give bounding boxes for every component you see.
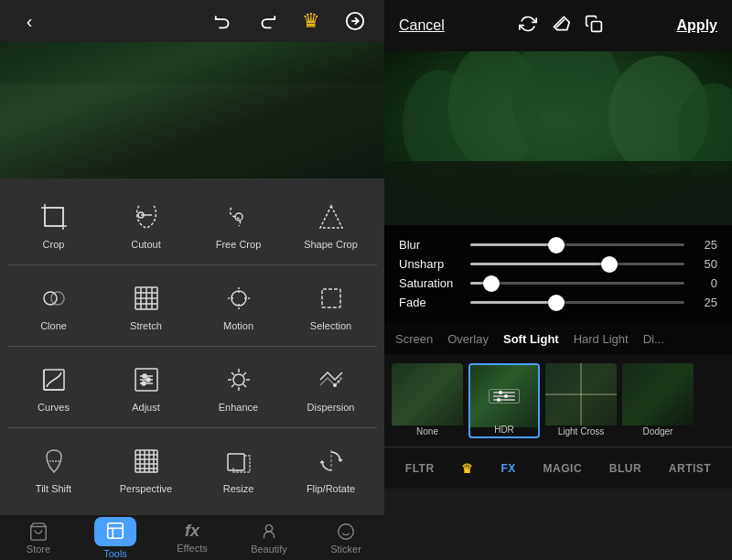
- tab-blur[interactable]: BLUR: [606, 458, 645, 479]
- nav-tools-label: Tools: [103, 548, 127, 559]
- nav-effects-label: Effects: [177, 543, 207, 554]
- selection-label: Selection: [310, 320, 351, 331]
- svg-rect-64: [591, 21, 601, 31]
- tool-dispersion[interactable]: Dispersion: [285, 352, 377, 422]
- cancel-button[interactable]: Cancel: [399, 17, 445, 34]
- tab-magic[interactable]: MAGIC: [540, 458, 587, 479]
- tool-motion[interactable]: Motion: [192, 271, 285, 340]
- tab-fltr[interactable]: FLTR: [402, 458, 438, 479]
- free-crop-label: Free Crop: [216, 239, 262, 250]
- nav-beautify[interactable]: Beautify: [231, 522, 307, 555]
- forward-button[interactable]: [340, 6, 370, 36]
- flip-rotate-icon: [313, 443, 350, 479]
- tab-artist[interactable]: ARTIST: [665, 458, 715, 479]
- flip-rotate-label: Flip/Rotate: [307, 483, 355, 494]
- svg-rect-53: [228, 454, 244, 470]
- fx-none[interactable]: None: [392, 363, 463, 438]
- svg-line-36: [231, 372, 234, 375]
- nav-sticker[interactable]: Sticker: [307, 522, 384, 555]
- motion-label: Motion: [223, 320, 253, 331]
- tool-selection[interactable]: Selection: [285, 271, 377, 340]
- svg-point-60: [339, 523, 354, 539]
- back-button[interactable]: ‹: [15, 6, 44, 36]
- curves-icon: [36, 361, 72, 398]
- right-image: [384, 51, 732, 225]
- blend-soft-light[interactable]: Soft Light: [503, 332, 559, 346]
- fx-dodger-label: Dodger: [622, 426, 694, 436]
- svg-rect-2: [45, 208, 63, 226]
- resize-label: Resize: [223, 483, 254, 494]
- svg-point-15: [231, 291, 246, 306]
- fx-light-cross[interactable]: Light Cross: [545, 363, 617, 438]
- cutout-label: Cutout: [131, 239, 160, 250]
- svg-point-4: [235, 213, 242, 221]
- blend-hard-light[interactable]: Hard Light: [574, 332, 629, 346]
- tool-curves[interactable]: Curves: [7, 352, 100, 422]
- tool-cutout[interactable]: Cutout: [100, 189, 192, 259]
- fade-track[interactable]: [470, 301, 684, 304]
- saturation-label: Saturation: [399, 276, 463, 290]
- tool-stretch[interactable]: Stretch: [100, 271, 192, 340]
- svg-point-7: [51, 292, 64, 305]
- svg-point-42: [339, 377, 341, 379]
- left-panel: ‹ ♛: [0, 0, 384, 560]
- refresh-button[interactable]: [519, 15, 537, 38]
- tool-crop[interactable]: Crop: [7, 189, 100, 259]
- svg-point-6: [44, 292, 57, 305]
- fx-hdr[interactable]: HDR: [468, 363, 540, 438]
- crop-icon: [36, 199, 72, 235]
- perspective-label: Perspective: [120, 483, 172, 494]
- eraser-button[interactable]: [552, 15, 570, 38]
- blur-slider-row: Blur 25: [399, 238, 717, 252]
- crown-icon[interactable]: ♛: [296, 6, 326, 36]
- saturation-track[interactable]: [470, 282, 684, 285]
- bottom-nav: Store Tools fx Effects Beautify: [0, 514, 384, 560]
- tilt-shift-icon: [36, 443, 72, 479]
- copy-button[interactable]: [585, 15, 603, 38]
- fx-dodger[interactable]: Dodger: [622, 363, 694, 438]
- nav-tools[interactable]: Tools: [77, 517, 154, 559]
- sliders-section: Blur 25 Unsharp 50 Saturation 0 Fad: [384, 225, 732, 322]
- tools-row-1: Crop Cutout Free Crop Shape Crop: [0, 186, 384, 263]
- nav-store-label: Store: [27, 544, 50, 555]
- fx-thumbnails: None HDR Light Cross: [384, 355, 732, 447]
- tool-tilt-shift[interactable]: Tilt Shift: [7, 434, 100, 503]
- blend-overlay[interactable]: Overlay: [447, 332, 489, 346]
- blur-track[interactable]: [470, 243, 684, 246]
- curves-label: Curves: [38, 402, 70, 413]
- redo-button[interactable]: [253, 6, 282, 36]
- svg-line-39: [231, 384, 234, 387]
- unsharp-track[interactable]: [470, 263, 684, 265]
- dispersion-icon: [313, 361, 350, 398]
- shape-crop-label: Shape Crop: [304, 239, 358, 250]
- undo-button[interactable]: [209, 6, 238, 36]
- tool-adjust[interactable]: Adjust: [100, 352, 192, 422]
- tool-enhance[interactable]: Enhance: [192, 352, 285, 422]
- nav-store[interactable]: Store: [0, 522, 77, 555]
- nav-sticker-label: Sticker: [330, 544, 361, 555]
- tool-shape-crop[interactable]: Shape Crop: [285, 189, 377, 259]
- cutout-icon: [128, 199, 165, 235]
- image-preview: [0, 42, 384, 178]
- clone-icon: [36, 280, 72, 317]
- svg-rect-56: [108, 522, 124, 538]
- svg-point-29: [146, 378, 150, 382]
- tool-free-crop[interactable]: Free Crop: [192, 189, 285, 259]
- nav-effects[interactable]: fx Effects: [154, 522, 231, 554]
- perspective-icon: [128, 443, 165, 479]
- tool-flip-rotate[interactable]: Flip/Rotate: [285, 434, 377, 503]
- svg-point-28: [143, 374, 146, 378]
- tool-perspective[interactable]: Perspective: [100, 434, 192, 503]
- nav-beautify-label: Beautify: [251, 544, 287, 555]
- blur-value: 25: [692, 238, 717, 252]
- unsharp-slider-row: Unsharp 50: [399, 257, 717, 271]
- tool-clone[interactable]: Clone: [7, 271, 100, 340]
- tab-crown[interactable]: ♛: [458, 458, 478, 479]
- enhance-label: Enhance: [219, 402, 258, 413]
- blend-more[interactable]: Di...: [643, 332, 664, 346]
- tilt-shift-label: Tilt Shift: [36, 483, 71, 494]
- tab-fx[interactable]: FX: [498, 458, 520, 479]
- tool-resize[interactable]: Resize: [192, 434, 285, 503]
- apply-button[interactable]: Apply: [677, 17, 717, 34]
- blend-screen[interactable]: Screen: [395, 332, 433, 346]
